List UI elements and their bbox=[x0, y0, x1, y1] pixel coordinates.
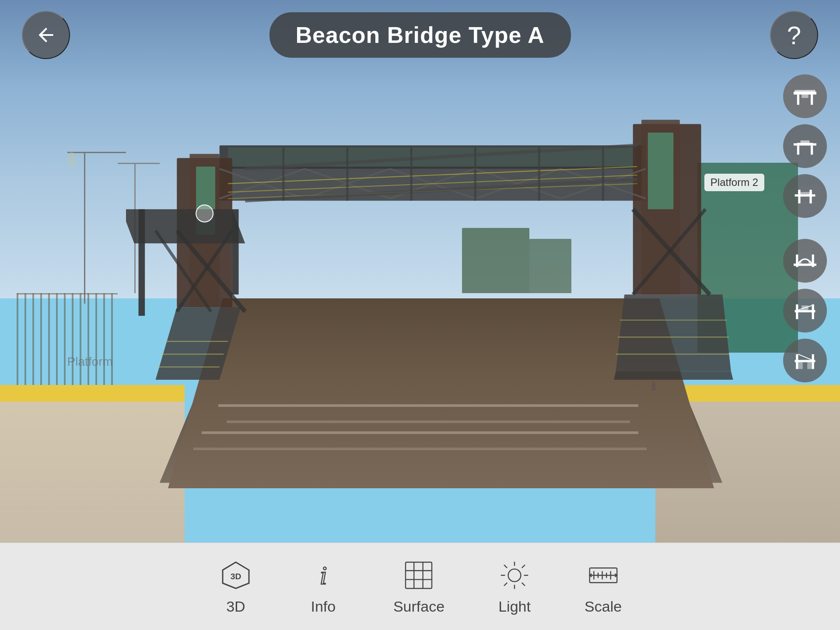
3d-button[interactable]: 3D 3D bbox=[218, 558, 253, 615]
light-button[interactable]: Light bbox=[497, 558, 532, 615]
platform-left-label: Platform bbox=[67, 355, 113, 369]
light-icon-container bbox=[497, 558, 532, 593]
toolbar-spacer bbox=[783, 224, 827, 233]
rail-left bbox=[201, 431, 638, 434]
platform2-label: Platform 2 bbox=[704, 174, 764, 191]
ar-viewport: Platform bbox=[0, 0, 840, 542]
back-button[interactable] bbox=[22, 11, 70, 59]
svg-text:3D: 3D bbox=[231, 572, 242, 581]
svg-rect-80 bbox=[807, 362, 812, 369]
bridge-type-3-button[interactable] bbox=[783, 174, 827, 218]
bridge-type-2-button[interactable] bbox=[783, 124, 827, 168]
surface-button[interactable]: Surface bbox=[393, 558, 444, 615]
help-button[interactable]: ? bbox=[770, 11, 818, 59]
svg-line-96 bbox=[522, 583, 525, 586]
svg-rect-69 bbox=[799, 261, 802, 264]
question-mark-icon: ? bbox=[787, 21, 801, 50]
svg-point-90 bbox=[508, 569, 521, 582]
scale-label: Scale bbox=[584, 598, 622, 615]
svg-rect-59 bbox=[801, 140, 810, 144]
street-light-left bbox=[84, 152, 85, 304]
svg-rect-77 bbox=[796, 354, 798, 369]
tracks-area bbox=[168, 298, 714, 488]
platform-edge-left bbox=[0, 385, 185, 401]
bridge-medium-icon bbox=[794, 135, 816, 158]
info-icon-container: i bbox=[306, 558, 341, 593]
svg-rect-70 bbox=[808, 261, 811, 264]
bridge-narrow-icon bbox=[794, 185, 816, 207]
svg-rect-54 bbox=[802, 94, 808, 98]
svg-rect-51 bbox=[797, 94, 799, 105]
svg-line-97 bbox=[522, 565, 525, 568]
svg-rect-78 bbox=[812, 354, 814, 369]
svg-rect-79 bbox=[798, 362, 802, 369]
scale-button[interactable]: Scale bbox=[584, 558, 622, 615]
right-toolbar bbox=[783, 74, 827, 382]
light-label: Light bbox=[498, 598, 531, 615]
surface-icon-container bbox=[401, 558, 436, 593]
bridge-arch-icon bbox=[794, 249, 816, 272]
3d-icon-container: 3D bbox=[218, 558, 253, 593]
svg-rect-72 bbox=[796, 304, 798, 319]
bridge-type-5-button[interactable] bbox=[783, 289, 827, 332]
scale-icon bbox=[588, 560, 619, 591]
street-light-globe-left bbox=[67, 152, 76, 168]
cube-3d-icon: 3D bbox=[220, 560, 252, 591]
back-arrow-icon bbox=[35, 24, 57, 46]
platform-edge-right bbox=[672, 385, 840, 401]
rail-left2 bbox=[193, 448, 647, 450]
info-icon: i bbox=[308, 560, 339, 591]
bg-building-2 bbox=[529, 239, 571, 293]
info-button[interactable]: i Info bbox=[306, 558, 341, 615]
svg-rect-52 bbox=[811, 94, 813, 105]
3d-label: 3D bbox=[226, 598, 245, 615]
surface-label: Surface bbox=[393, 598, 444, 615]
info-label: Info bbox=[311, 598, 336, 615]
svg-line-95 bbox=[504, 565, 507, 568]
scale-icon-container bbox=[586, 558, 621, 593]
svg-rect-67 bbox=[796, 255, 798, 267]
svg-rect-85 bbox=[406, 562, 432, 588]
rail-right2 bbox=[227, 420, 630, 423]
bridge-simple-icon bbox=[794, 299, 816, 322]
svg-text:i: i bbox=[320, 561, 327, 590]
app-container: Platform bbox=[0, 0, 840, 630]
street-light-arm-left bbox=[67, 152, 126, 153]
bridge-full-icon bbox=[794, 85, 816, 108]
svg-rect-65 bbox=[801, 192, 810, 194]
surface-icon bbox=[403, 560, 434, 591]
svg-rect-68 bbox=[812, 255, 814, 267]
svg-rect-60 bbox=[795, 194, 816, 196]
bottom-toolbar: 3D 3D i Info bbox=[0, 542, 840, 630]
svg-rect-56 bbox=[797, 146, 799, 155]
platform-left bbox=[0, 385, 185, 542]
svg-rect-57 bbox=[811, 146, 813, 155]
street-light-arm-left2 bbox=[118, 163, 160, 164]
street-light-left2 bbox=[134, 163, 136, 293]
light-icon bbox=[499, 560, 530, 591]
fence-left bbox=[17, 293, 117, 391]
svg-rect-73 bbox=[812, 304, 814, 319]
svg-line-81 bbox=[798, 354, 812, 360]
svg-line-98 bbox=[504, 583, 507, 586]
bridge-basic-icon bbox=[794, 349, 816, 372]
rail-right bbox=[218, 404, 638, 407]
bg-building bbox=[462, 228, 529, 293]
bridge-type-4-button[interactable] bbox=[783, 239, 827, 283]
person-figure bbox=[652, 381, 655, 391]
bridge-type-1-button[interactable] bbox=[783, 74, 827, 118]
bridge-type-6-button[interactable] bbox=[783, 339, 827, 382]
